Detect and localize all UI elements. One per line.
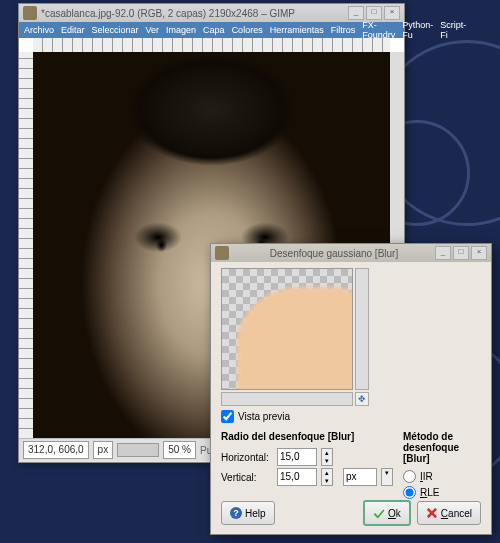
- dialog-titlebar[interactable]: Desenfoque gaussiano [Blur] _ □ ×: [211, 244, 491, 262]
- preview-nav-icon[interactable]: ✥: [355, 392, 369, 406]
- horizontal-spinner[interactable]: ▴▾: [321, 448, 333, 466]
- radio-rle-input[interactable]: [403, 486, 416, 499]
- window-title: *casablanca.jpg-92.0 (RGB, 2 capas) 2190…: [41, 8, 295, 19]
- main-titlebar[interactable]: *casablanca.jpg-92.0 (RGB, 2 capas) 2190…: [19, 4, 404, 22]
- help-icon: ?: [230, 507, 242, 519]
- menu-herramientas[interactable]: Herramientas: [267, 24, 327, 36]
- coords-readout: 312,0, 606,0: [23, 441, 89, 459]
- minimize-button[interactable]: _: [348, 6, 364, 20]
- preview-hscroll[interactable]: [221, 392, 353, 406]
- dialog-minimize-button[interactable]: _: [435, 246, 451, 260]
- gimp-icon: [23, 6, 37, 20]
- menu-ver[interactable]: Ver: [143, 24, 163, 36]
- cancel-icon: [426, 507, 438, 519]
- maximize-button[interactable]: □: [366, 6, 382, 20]
- horizontal-input[interactable]: 15,0: [277, 448, 317, 466]
- vertical-spinner[interactable]: ▴▾: [321, 468, 333, 486]
- ruler-vertical[interactable]: [19, 52, 34, 438]
- radio-iir-label: IIIRIR: [420, 471, 433, 482]
- ok-button[interactable]: OkOk: [363, 500, 411, 526]
- menu-scriptfu[interactable]: Script-Fi: [437, 19, 469, 41]
- zoom-select[interactable]: 50 %: [163, 441, 196, 459]
- unit-select[interactable]: px: [93, 441, 114, 459]
- dialog-close-button[interactable]: ×: [471, 246, 487, 260]
- gimp-icon: [215, 246, 229, 260]
- horizontal-scrollbar[interactable]: [117, 443, 159, 457]
- preview-checkbox-input[interactable]: [221, 410, 234, 423]
- menu-pythonfu[interactable]: Python-Fu: [399, 19, 436, 41]
- cancel-button[interactable]: CancelCancel: [417, 501, 481, 525]
- menu-filtros[interactable]: Filtros: [328, 24, 359, 36]
- unit-dropdown[interactable]: ▾: [381, 468, 393, 486]
- menu-capa[interactable]: Capa: [200, 24, 228, 36]
- help-button[interactable]: ?Help: [221, 501, 275, 525]
- ruler-horizontal[interactable]: [33, 38, 390, 53]
- vertical-label: Vertical:: [221, 472, 273, 483]
- radio-rle-label: RRLELE: [420, 487, 439, 498]
- menu-seleccionar[interactable]: Seleccionar: [89, 24, 142, 36]
- blur-dialog: Desenfoque gaussiano [Blur] _ □ × ✥ Vist…: [210, 243, 492, 535]
- menu-editar[interactable]: Editar: [58, 24, 88, 36]
- main-menubar: Archivo Editar Seleccionar Ver Imagen Ca…: [19, 22, 404, 38]
- preview-image[interactable]: [221, 268, 353, 390]
- preview-checkbox-label: Vista previa: [238, 411, 290, 422]
- unit-select[interactable]: px: [343, 468, 377, 486]
- menu-colores[interactable]: Colores: [229, 24, 266, 36]
- close-button[interactable]: ×: [384, 6, 400, 20]
- ok-icon: [373, 507, 385, 519]
- dialog-maximize-button[interactable]: □: [453, 246, 469, 260]
- preview-checkbox[interactable]: Vista previa: [221, 410, 481, 423]
- menu-imagen[interactable]: Imagen: [163, 24, 199, 36]
- vertical-input[interactable]: 15,0: [277, 468, 317, 486]
- method-heading: Método de desenfoque [Blur]: [403, 431, 481, 464]
- radio-iir[interactable]: IIIRIR: [403, 470, 481, 483]
- radio-iir-input[interactable]: [403, 470, 416, 483]
- horizontal-label: Horizontal:: [221, 452, 273, 463]
- menu-archivo[interactable]: Archivo: [21, 24, 57, 36]
- radius-heading: Radio del desenfoque [Blur]: [221, 431, 393, 442]
- dialog-title: Desenfoque gaussiano [Blur]: [233, 248, 435, 259]
- radio-rle[interactable]: RRLELE: [403, 486, 481, 499]
- preview-vscroll[interactable]: [355, 268, 369, 390]
